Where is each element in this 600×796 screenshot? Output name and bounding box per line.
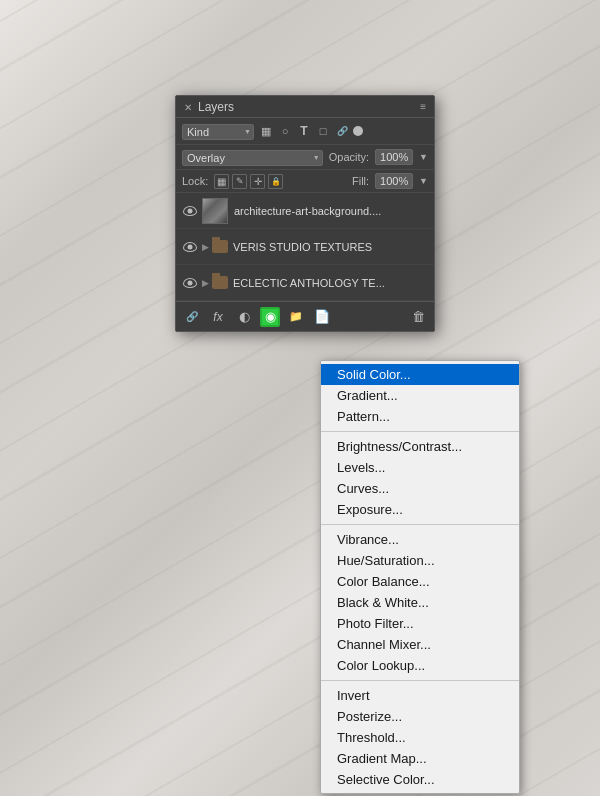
- menu-item-brightness-contrast[interactable]: Brightness/Contrast...: [321, 436, 519, 457]
- layer-visibility-toggle[interactable]: [182, 275, 198, 291]
- filter-pixel-icon[interactable]: ▦: [258, 123, 274, 139]
- menu-item-solid-color[interactable]: Solid Color...: [321, 364, 519, 385]
- menu-separator-2: [321, 524, 519, 525]
- kind-select[interactable]: Kind: [182, 124, 254, 140]
- lock-move-icon[interactable]: ✛: [250, 174, 265, 189]
- new-group-button[interactable]: 📁: [286, 307, 306, 327]
- new-fill-adjustment-button[interactable]: ◉: [260, 307, 280, 327]
- menu-item-color-lookup[interactable]: Color Lookup...: [321, 655, 519, 676]
- menu-item-gradient-map[interactable]: Gradient Map...: [321, 748, 519, 769]
- menu-item-pattern[interactable]: Pattern...: [321, 406, 519, 427]
- kind-row: Kind ▦ ○ T □ 🔗: [176, 118, 434, 145]
- lock-label: Lock:: [182, 175, 208, 187]
- menu-item-black-white[interactable]: Black & White...: [321, 592, 519, 613]
- layer-name: VERIS STUDIO TEXTURES: [233, 241, 428, 253]
- menu-item-invert[interactable]: Invert: [321, 685, 519, 706]
- folder-icon: [212, 240, 228, 253]
- fx-button[interactable]: fx: [208, 307, 228, 327]
- panel-toolbar: 🔗 fx ◐ ◉ 📁 📄 🗑: [176, 301, 434, 331]
- kind-select-wrapper[interactable]: Kind: [182, 122, 254, 140]
- eye-icon: [183, 206, 197, 216]
- filter-type-icon[interactable]: T: [296, 123, 312, 139]
- layers-list: architecture-art-background.... ▶ VERIS …: [176, 193, 434, 301]
- menu-separator-3: [321, 680, 519, 681]
- lock-row: Lock: ▦ ✎ ✛ 🔒 Fill: 100% ▼: [176, 170, 434, 193]
- filter-dot-icon[interactable]: [353, 126, 363, 136]
- layer-name: ECLECTIC ANTHOLOGY TE...: [233, 277, 428, 289]
- fill-value[interactable]: 100%: [375, 173, 413, 189]
- fill-label: Fill:: [352, 175, 369, 187]
- lock-pixel-icon[interactable]: ▦: [214, 174, 229, 189]
- opacity-value[interactable]: 100%: [375, 149, 413, 165]
- menu-item-gradient[interactable]: Gradient...: [321, 385, 519, 406]
- filter-shape-icon[interactable]: □: [315, 123, 331, 139]
- filter-adjust-icon[interactable]: ○: [277, 123, 293, 139]
- lock-artboard-icon[interactable]: 🔒: [268, 174, 283, 189]
- layer-visibility-toggle[interactable]: [182, 239, 198, 255]
- menu-item-photo-filter[interactable]: Photo Filter...: [321, 613, 519, 634]
- menu-item-exposure[interactable]: Exposure...: [321, 499, 519, 520]
- panel-titlebar: ✕ Layers ≡: [176, 96, 434, 118]
- menu-item-color-balance[interactable]: Color Balance...: [321, 571, 519, 592]
- eye-icon: [183, 242, 197, 252]
- delete-layer-button[interactable]: 🗑: [408, 307, 428, 327]
- folder-expand-icon[interactable]: ▶: [202, 278, 209, 288]
- link-button[interactable]: 🔗: [182, 307, 202, 327]
- lock-paint-icon[interactable]: ✎: [232, 174, 247, 189]
- menu-item-channel-mixer[interactable]: Channel Mixer...: [321, 634, 519, 655]
- menu-item-selective-color[interactable]: Selective Color...: [321, 769, 519, 790]
- opacity-arrow[interactable]: ▼: [419, 152, 428, 162]
- blend-mode-wrapper[interactable]: Overlay: [182, 148, 323, 166]
- menu-item-threshold[interactable]: Threshold...: [321, 727, 519, 748]
- menu-item-vibrance[interactable]: Vibrance...: [321, 529, 519, 550]
- filter-icons: ▦ ○ T □ 🔗: [258, 123, 363, 139]
- layers-panel: ✕ Layers ≡ Kind ▦ ○ T □ 🔗 Overlay Opacit…: [175, 95, 435, 332]
- layer-item[interactable]: architecture-art-background....: [176, 193, 434, 229]
- menu-separator-1: [321, 431, 519, 432]
- menu-item-posterize[interactable]: Posterize...: [321, 706, 519, 727]
- panel-close-icon[interactable]: ✕: [184, 102, 194, 112]
- folder-icon: [212, 276, 228, 289]
- layer-thumb-preview: [203, 199, 227, 223]
- eye-icon: [183, 278, 197, 288]
- lock-icons: ▦ ✎ ✛ 🔒: [214, 174, 283, 189]
- panel-title: Layers: [198, 100, 420, 114]
- menu-item-curves[interactable]: Curves...: [321, 478, 519, 499]
- menu-item-hue-saturation[interactable]: Hue/Saturation...: [321, 550, 519, 571]
- menu-item-levels[interactable]: Levels...: [321, 457, 519, 478]
- blend-mode-select[interactable]: Overlay: [182, 150, 323, 166]
- new-layer-button[interactable]: 📄: [312, 307, 332, 327]
- panel-menu-icon[interactable]: ≡: [420, 101, 426, 112]
- layer-item[interactable]: ▶ ECLECTIC ANTHOLOGY TE...: [176, 265, 434, 301]
- filter-smart-icon[interactable]: 🔗: [334, 123, 350, 139]
- opacity-label: Opacity:: [329, 151, 369, 163]
- layer-item[interactable]: ▶ VERIS STUDIO TEXTURES: [176, 229, 434, 265]
- adjustment-dropdown: Solid Color... Gradient... Pattern... Br…: [320, 360, 520, 794]
- adjustment-layer-button[interactable]: ◐: [234, 307, 254, 327]
- blend-mode-row: Overlay Opacity: 100% ▼: [176, 145, 434, 170]
- layer-name: architecture-art-background....: [234, 205, 428, 217]
- folder-expand-icon[interactable]: ▶: [202, 242, 209, 252]
- fill-arrow[interactable]: ▼: [419, 176, 428, 186]
- layer-visibility-toggle[interactable]: [182, 203, 198, 219]
- layer-thumbnail: [202, 198, 228, 224]
